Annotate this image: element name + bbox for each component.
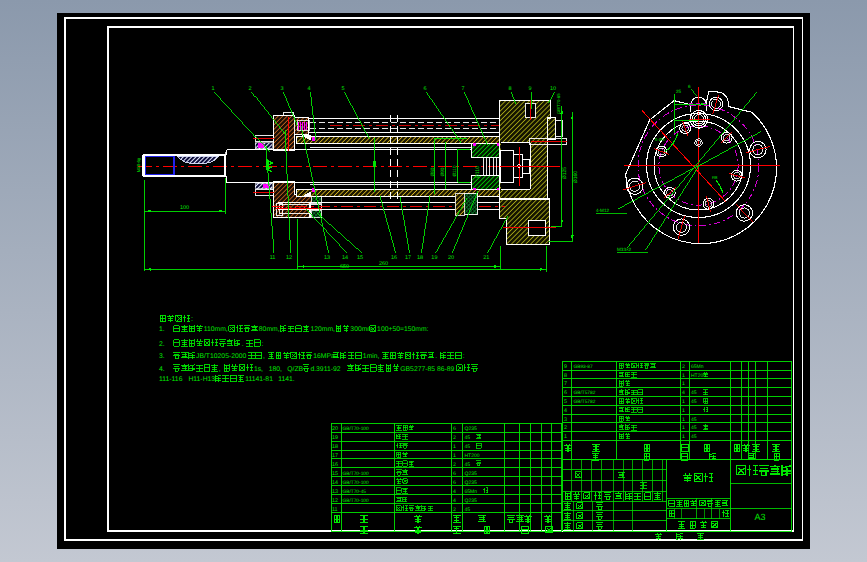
svg-text:13: 13 — [324, 255, 330, 261]
svg-text:100+50=150mm:: 100+50=150mm: — [377, 326, 429, 333]
svg-text:18: 18 — [417, 255, 423, 261]
svg-text:1.: 1. — [159, 326, 165, 333]
svg-text:1s,: 1s, — [254, 366, 263, 373]
svg-text:JB/T10205-2000: JB/T10205-2000 — [196, 353, 246, 360]
svg-text:15: 15 — [357, 255, 363, 261]
svg-text:2.: 2. — [159, 341, 165, 348]
svg-text:6: 6 — [564, 390, 567, 396]
svg-text:45: 45 — [691, 434, 697, 440]
svg-text:16: 16 — [391, 255, 397, 261]
svg-text:Q235: Q235 — [465, 426, 477, 432]
svg-text:9: 9 — [564, 364, 567, 370]
svg-text:6-Ø9: 6-Ø9 — [655, 137, 665, 142]
svg-text:GB/T5782: GB/T5782 — [574, 390, 596, 396]
svg-text:1141.: 1141. — [278, 376, 295, 383]
svg-text:10: 10 — [550, 86, 556, 92]
svg-text:4: 4 — [307, 86, 310, 92]
svg-text:Ø80: Ø80 — [430, 167, 436, 176]
svg-text:86-89: 86-89 — [437, 366, 455, 373]
svg-text:45: 45 — [691, 390, 697, 396]
svg-text:4.: 4. — [159, 366, 165, 373]
svg-text:A3: A3 — [754, 512, 765, 522]
svg-text:45: 45 — [465, 435, 471, 441]
svg-text:1: 1 — [682, 381, 685, 387]
svg-text:2: 2 — [682, 364, 685, 370]
svg-text:4: 4 — [453, 498, 456, 504]
svg-text::: : — [463, 353, 465, 360]
svg-text:Ø110: Ø110 — [452, 165, 457, 176]
svg-text:650: 650 — [340, 264, 349, 270]
svg-text:45: 45 — [465, 462, 471, 468]
svg-text:13: 13 — [332, 489, 338, 495]
svg-text:GB/T70-100: GB/T70-100 — [343, 471, 369, 477]
svg-text:2: 2 — [453, 462, 456, 468]
svg-text:180,: 180, — [269, 366, 282, 373]
svg-text:,: , — [263, 353, 265, 360]
svg-text:GB93-87: GB93-87 — [574, 364, 594, 370]
svg-text:Q235: Q235 — [465, 471, 477, 477]
svg-text:GB/T70-45: GB/T70-45 — [343, 489, 367, 495]
svg-text:8: 8 — [508, 86, 511, 92]
svg-text:3: 3 — [564, 417, 567, 423]
svg-text:GB/T70-85: GB/T70-85 — [556, 93, 561, 114]
svg-text:1: 1 — [682, 417, 685, 423]
svg-text:1: 1 — [682, 408, 685, 414]
svg-text:2: 2 — [564, 425, 567, 431]
svg-text:65Mn: 65Mn — [691, 364, 704, 370]
svg-text:17: 17 — [405, 255, 411, 261]
svg-text:R8: R8 — [712, 175, 718, 180]
svg-text:45: 45 — [691, 399, 697, 405]
svg-text:Q235: Q235 — [465, 480, 477, 486]
svg-text:1: 1 — [682, 425, 685, 431]
svg-text:1: 1 — [211, 86, 214, 92]
svg-text:4: 4 — [453, 489, 456, 495]
svg-text:.: . — [242, 341, 244, 348]
svg-text:25: 25 — [676, 89, 682, 94]
svg-text:21: 21 — [483, 255, 489, 261]
svg-text:M33×2: M33×2 — [617, 247, 632, 252]
svg-text:65Mn: 65Mn — [465, 489, 478, 495]
svg-text::: : — [191, 314, 193, 323]
svg-text::: : — [261, 341, 263, 348]
svg-text:2: 2 — [248, 86, 251, 92]
svg-text:d.3911-92: d.3911-92 — [310, 366, 340, 373]
svg-text:14: 14 — [342, 255, 348, 261]
svg-text:17: 17 — [332, 453, 338, 459]
svg-text:,: , — [219, 366, 221, 373]
svg-text:120mm,: 120mm, — [310, 326, 335, 333]
svg-text:5: 5 — [341, 86, 344, 92]
svg-text:H11-H13: H11-H13 — [188, 376, 215, 383]
svg-text:1: 1 — [682, 434, 685, 440]
svg-text:1: 1 — [453, 444, 456, 450]
svg-text:6: 6 — [453, 471, 456, 477]
svg-text:111-116: 111-116 — [159, 376, 183, 383]
svg-text:Q/ZB: Q/ZB — [287, 366, 303, 373]
svg-text:8: 8 — [564, 373, 567, 379]
svg-text:11: 11 — [332, 507, 338, 513]
svg-text:15: 15 — [332, 471, 338, 477]
svg-text:12: 12 — [286, 255, 292, 261]
svg-text:2: 2 — [453, 507, 456, 513]
svg-text:18: 18 — [332, 444, 338, 450]
svg-text:GB/T70-100: GB/T70-100 — [343, 498, 369, 504]
svg-text:Ø125: Ø125 — [562, 167, 568, 179]
svg-text:4-M12: 4-M12 — [596, 208, 609, 213]
svg-text:12: 12 — [332, 498, 338, 504]
svg-text:16: 16 — [332, 462, 338, 468]
svg-text:20: 20 — [332, 426, 338, 432]
svg-text:Q235: Q235 — [465, 498, 477, 504]
svg-text:6: 6 — [688, 84, 691, 89]
svg-text:5: 5 — [564, 399, 567, 405]
svg-text:2: 2 — [453, 435, 456, 441]
svg-text:1min,: 1min, — [363, 353, 380, 360]
svg-text:4: 4 — [564, 408, 567, 414]
svg-text:Ø110: Ø110 — [475, 166, 481, 178]
svg-text:.: . — [435, 353, 437, 360]
svg-text:6: 6 — [423, 86, 426, 92]
svg-text:9: 9 — [528, 86, 531, 92]
svg-text:Ø90: Ø90 — [440, 167, 446, 176]
svg-text:1: 1 — [682, 373, 685, 379]
svg-text:7: 7 — [564, 381, 567, 387]
svg-text:80mm,: 80mm, — [259, 326, 280, 333]
svg-text:GB/T5782: GB/T5782 — [574, 399, 596, 405]
